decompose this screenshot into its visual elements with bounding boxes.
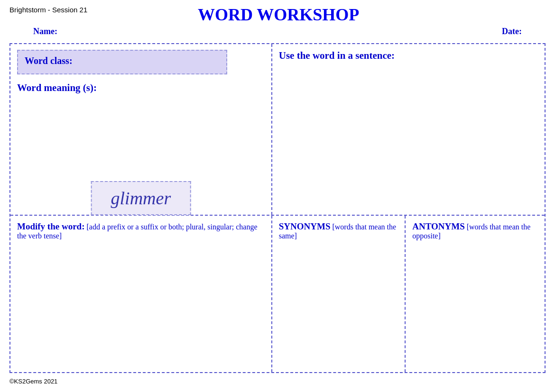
modify-panel: Modify the word: [add a prefix or a suff… xyxy=(10,216,272,372)
modify-title-bold: Modify the word: xyxy=(17,221,84,231)
copyright: ©KS2Gems 2021 xyxy=(9,378,546,385)
left-panel: Word class: Word meaning (s): glimmer xyxy=(10,44,272,215)
session-label: Brightstorm - Session 21 xyxy=(9,6,87,14)
word-class-label: Word class: xyxy=(25,55,73,66)
synonyms-panel: SYNONYMS [words that mean the same] xyxy=(272,216,406,372)
main-title: WORD WORKSHOP xyxy=(87,5,470,25)
center-word: glimmer xyxy=(111,188,171,208)
antonyms-title-bold: ANTONYMS xyxy=(412,221,465,231)
right-panel: Use the word in a sentence: xyxy=(272,44,545,215)
word-meaning-label: Word meaning (s): xyxy=(17,82,265,94)
synonyms-title-bold: SYNONYMS xyxy=(279,221,331,231)
bottom-section: Modify the word: [add a prefix or a suff… xyxy=(10,216,545,372)
worksheet-grid: Word class: Word meaning (s): glimmer Us… xyxy=(9,43,546,373)
name-label: Name: xyxy=(33,27,57,36)
date-label: Date: xyxy=(502,27,522,36)
word-class-box[interactable]: Word class: xyxy=(17,50,227,74)
center-word-box: glimmer xyxy=(91,181,191,215)
antonyms-panel: ANTONYMS [words that mean the opposite] xyxy=(406,216,545,372)
sentence-label: Use the word in a sentence: xyxy=(279,50,538,62)
top-section: Word class: Word meaning (s): glimmer Us… xyxy=(10,44,545,216)
